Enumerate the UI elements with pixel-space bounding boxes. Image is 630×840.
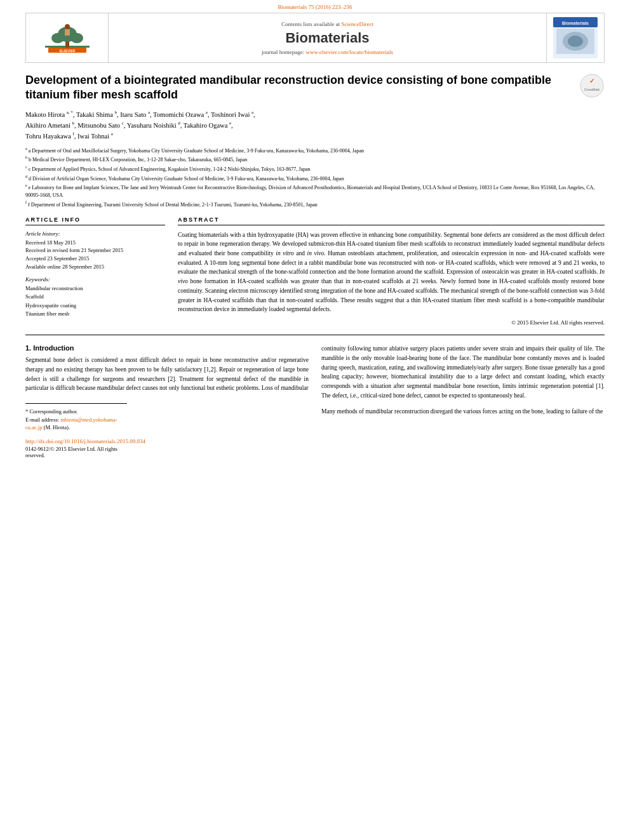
abstract-column: ABSTRACT Coating biomaterials with a thi… — [178, 217, 605, 326]
affiliation-f-text: f Department of Dental Engineering, Tsur… — [28, 202, 318, 208]
keywords-title: Keywords: — [25, 276, 165, 283]
biomaterials-logo: Biomaterials — [553, 17, 598, 58]
email-label: E-mail address: — [25, 417, 59, 423]
crossmark-logo[interactable]: ✓ CrossMark — [579, 73, 605, 98]
keyword-2: Hydroxyapatite coating — [25, 302, 165, 310]
svg-point-4 — [70, 33, 83, 43]
svg-rect-6 — [65, 29, 70, 36]
svg-text:✓: ✓ — [589, 77, 594, 84]
intro-left-column: 1. Introduction Segmental bone defect is… — [25, 344, 309, 458]
affiliations: a a Department of Oral and Maxillofacial… — [25, 146, 605, 209]
article-title: Development of a biointegrated mandibula… — [25, 73, 579, 103]
affiliation-e-text: e Laboratory for Bone and Implant Scienc… — [25, 185, 594, 198]
contents-text: Contents lists available at — [281, 21, 340, 27]
journal-homepage-line: journal homepage: www.elsevier.com/locat… — [262, 49, 393, 55]
article-info-column: ARTICLE INFO Article history: Received 1… — [25, 217, 165, 326]
journal-info-center: Contents lists available at ScienceDirec… — [109, 13, 547, 62]
accepted-date: Accepted 23 September 2015 — [25, 255, 165, 263]
copyright-line: © 2015 Elsevier Ltd. All rights reserved… — [178, 319, 605, 326]
elsevier-logo-area: ELSEVIER — [26, 13, 109, 62]
section-divider — [25, 335, 605, 335]
homepage-url: www.elsevier.com/locate/biomaterials — [306, 49, 393, 55]
affiliation-d-text: d Division of Artificial Organ Science, … — [29, 175, 344, 181]
section-title: Introduction — [33, 344, 74, 352]
affiliation-c: c c Department of Applied Physics, Schoo… — [25, 164, 605, 173]
article-title-section: Development of a biointegrated mandibula… — [25, 73, 605, 103]
journal-title: Biomaterials — [285, 30, 369, 46]
svg-text:ELSEVIER: ELSEVIER — [59, 49, 75, 53]
intro-right-column: continuity following tumor ablative surg… — [321, 344, 605, 458]
footnote-email: E-mail address: mhirota@med.yokohama-cu.… — [25, 416, 127, 432]
contents-available-line: Contents lists available at ScienceDirec… — [281, 21, 373, 27]
intro-body-right-2: Many methods of mandibular reconstructio… — [321, 407, 605, 417]
intro-heading: 1. Introduction — [25, 344, 309, 352]
issn-line: 0142-9612/© 2015 Elsevier Ltd. All right… — [25, 446, 127, 458]
received-revised-text: Received in revised form 21 September 20… — [25, 247, 123, 253]
affiliation-e: e e Laboratory for Bone and Implant Scie… — [25, 183, 605, 199]
article-info-label: ARTICLE INFO — [25, 217, 165, 225]
footnote-corresponding: * Corresponding author. — [25, 408, 127, 416]
intro-body-right: continuity following tumor ablative surg… — [321, 344, 605, 400]
affiliation-a: a a Department of Oral and Maxillofacial… — [25, 146, 605, 155]
intro-body-left: Segmental bone defect is considered a mo… — [25, 356, 309, 393]
corresponding-label: * Corresponding author. — [25, 408, 77, 415]
svg-text:Biomaterials: Biomaterials — [562, 21, 589, 25]
article-history-title: Article history: — [25, 230, 165, 237]
email-name: (M. Hirota). — [44, 424, 70, 430]
elsevier-logo: ELSEVIER — [42, 20, 93, 55]
biomaterials-logo-area: Biomaterials — [547, 13, 604, 62]
section-number: 1. — [25, 344, 31, 352]
homepage-link[interactable]: www.elsevier.com/locate/biomaterials — [306, 49, 393, 55]
doi-line[interactable]: http://dx.doi.org/10.1016/j.biomaterials… — [25, 438, 127, 444]
affiliation-f: f f Department of Dental Engineering, Ts… — [25, 200, 605, 209]
affiliation-d: d d Division of Artificial Organ Science… — [25, 174, 605, 183]
affiliation-b: b b Medical Device Department, HI-LEX Co… — [25, 155, 605, 164]
affiliation-b-text: b Medical Device Department, HI-LEX Corp… — [29, 157, 247, 163]
svg-text:CrossMark: CrossMark — [584, 88, 600, 91]
sciencedirect-link[interactable]: ScienceDirect — [342, 21, 373, 27]
affiliation-a-text: a Department of Oral and Maxillofacial S… — [29, 147, 364, 153]
article-content: Development of a biointegrated mandibula… — [0, 63, 630, 471]
journal-ref-text: Biomaterials 75 (2016) 223–236 — [278, 4, 352, 10]
svg-point-3 — [51, 33, 64, 43]
affiliation-c-text: c Department of Applied Physics, School … — [29, 166, 311, 172]
journal-header: ELSEVIER Contents lists available at Sci… — [25, 13, 605, 63]
homepage-label: journal homepage: — [262, 49, 304, 55]
svg-point-14 — [568, 36, 583, 47]
keyword-3: Titanium fiber mesh — [25, 310, 165, 319]
svg-point-5 — [65, 24, 70, 29]
sciencedirect-text: ScienceDirect — [342, 21, 373, 27]
elsevier-tree-logo: ELSEVIER — [42, 20, 93, 55]
journal-reference: Biomaterials 75 (2016) 223–236 — [0, 0, 630, 13]
received-date: Received 18 May 2015 — [25, 239, 165, 247]
article-history-group: Article history: Received 18 May 2015 Re… — [25, 230, 165, 271]
abstract-text: Coating biomaterials with a thin hydroxy… — [178, 230, 605, 314]
authors-line: Makoto Hirota a, *, Takaki Shima b, Itar… — [25, 109, 605, 142]
article-info-abstract-section: ARTICLE INFO Article history: Received 1… — [25, 217, 605, 326]
received-revised-group: Received in revised form 21 September 20… — [25, 246, 165, 255]
introduction-section: 1. Introduction Segmental bone defect is… — [25, 344, 605, 458]
abstract-label: ABSTRACT — [178, 217, 605, 225]
keyword-1: Scaffold — [25, 293, 165, 302]
doi-url: http://dx.doi.org/10.1016/j.biomaterials… — [25, 438, 145, 444]
available-date: Available online 28 September 2015 — [25, 263, 165, 271]
keyword-0: Mandibular reconstruction — [25, 284, 165, 293]
footnote-area: * Corresponding author. E-mail address: … — [25, 403, 127, 458]
keywords-group: Keywords: Mandibular reconstruction Scaf… — [25, 276, 165, 319]
